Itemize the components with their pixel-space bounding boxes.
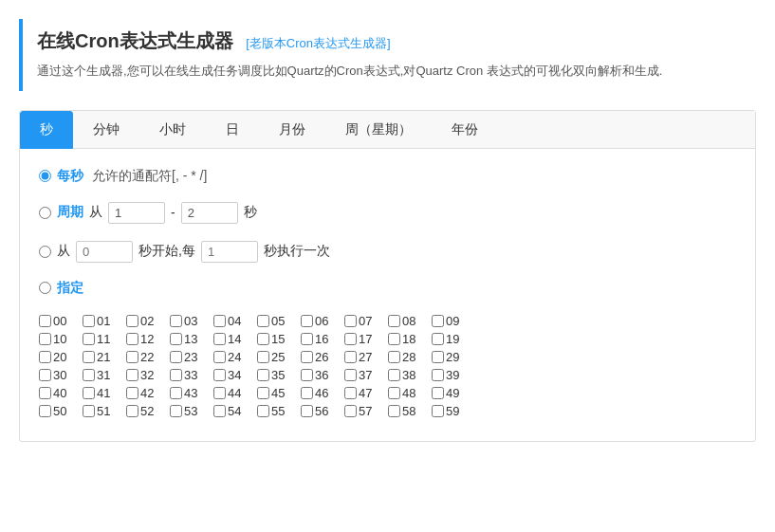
tab-day[interactable]: 日 <box>206 111 259 149</box>
checkbox-row-2: 20 21 22 23 24 25 26 27 28 29 <box>39 350 736 364</box>
tab-month[interactable]: 月份 <box>259 111 325 149</box>
start-from-input[interactable] <box>76 241 133 263</box>
list-item[interactable]: 11 <box>83 332 124 346</box>
checkboxes-section: 00 01 02 03 04 05 06 07 08 09 10 11 12 1… <box>39 314 736 418</box>
list-item[interactable]: 12 <box>126 332 168 346</box>
tab-hour[interactable]: 小时 <box>139 111 206 149</box>
list-item[interactable]: 22 <box>126 350 168 364</box>
start-end-text: 秒执行一次 <box>264 243 330 260</box>
checkbox-row-1: 10 11 12 13 14 15 16 17 18 19 <box>39 332 736 346</box>
list-item[interactable]: 56 <box>301 404 342 418</box>
tab-year[interactable]: 年份 <box>432 111 498 149</box>
list-item[interactable]: 21 <box>83 350 124 364</box>
list-item[interactable]: 03 <box>170 314 212 328</box>
list-item[interactable]: 31 <box>83 368 124 382</box>
list-item[interactable]: 00 <box>39 314 81 328</box>
list-item[interactable]: 46 <box>301 386 342 400</box>
list-item[interactable]: 10 <box>39 332 81 346</box>
list-item[interactable]: 28 <box>388 350 430 364</box>
list-item[interactable]: 34 <box>213 368 255 382</box>
list-item[interactable]: 44 <box>213 386 255 400</box>
list-item[interactable]: 07 <box>344 314 386 328</box>
list-item[interactable]: 57 <box>344 404 386 418</box>
list-item[interactable]: 41 <box>83 386 124 400</box>
list-item[interactable]: 02 <box>126 314 168 328</box>
specify-label-wrapper[interactable]: 指定 <box>57 280 83 297</box>
list-item[interactable]: 04 <box>213 314 255 328</box>
list-item[interactable]: 25 <box>257 350 299 364</box>
checkbox-row-0: 00 01 02 03 04 05 06 07 08 09 <box>39 314 736 328</box>
list-item[interactable]: 09 <box>432 314 473 328</box>
list-item[interactable]: 35 <box>257 368 299 382</box>
list-item[interactable]: 18 <box>388 332 430 346</box>
list-item[interactable]: 33 <box>170 368 212 382</box>
tab-sec[interactable]: 秒 <box>20 111 73 149</box>
every-second-radio[interactable] <box>39 170 51 182</box>
tab-week[interactable]: 周（星期） <box>325 111 432 149</box>
specify-label: 指定 <box>57 280 83 297</box>
list-item[interactable]: 16 <box>301 332 342 346</box>
list-item[interactable]: 58 <box>388 404 430 418</box>
list-item[interactable]: 19 <box>432 332 473 346</box>
list-item[interactable]: 23 <box>170 350 212 364</box>
tab-min[interactable]: 分钟 <box>73 111 139 149</box>
list-item[interactable]: 24 <box>213 350 255 364</box>
list-item[interactable]: 52 <box>126 404 168 418</box>
list-item[interactable]: 40 <box>39 386 81 400</box>
list-item[interactable]: 20 <box>39 350 81 364</box>
list-item[interactable]: 26 <box>301 350 342 364</box>
list-item[interactable]: 45 <box>257 386 299 400</box>
period-from-input[interactable] <box>108 202 165 224</box>
list-item[interactable]: 06 <box>301 314 342 328</box>
period-dash: - <box>171 205 175 220</box>
header-description: 通过这个生成器,您可以在线生成任务调度比如Quartz的Cron表达式,对Qua… <box>37 62 742 82</box>
start-every-input[interactable] <box>201 241 258 263</box>
list-item[interactable]: 29 <box>432 350 473 364</box>
list-item[interactable]: 01 <box>83 314 124 328</box>
list-item[interactable]: 54 <box>213 404 255 418</box>
list-item[interactable]: 15 <box>257 332 299 346</box>
list-item[interactable]: 27 <box>344 350 386 364</box>
list-item[interactable]: 55 <box>257 404 299 418</box>
every-second-hint: 允许的通配符[, - * /] <box>92 168 207 185</box>
specify-row: 指定 <box>39 280 736 297</box>
start-row: 从 秒开始,每 秒执行一次 <box>39 241 736 263</box>
list-item[interactable]: 30 <box>39 368 81 382</box>
header-section: 在线Cron表达式生成器 [老版本Cron表达式生成器] 通过这个生成器,您可以… <box>19 19 756 91</box>
tabs-bar: 秒 分钟 小时 日 月份 周（星期） 年份 <box>20 111 755 149</box>
specify-radio[interactable] <box>39 282 51 294</box>
list-item[interactable]: 50 <box>39 404 81 418</box>
list-item[interactable]: 51 <box>83 404 124 418</box>
list-item[interactable]: 05 <box>257 314 299 328</box>
start-from-label[interactable]: 从 <box>57 243 70 260</box>
every-second-row: 每秒 允许的通配符[, - * /] <box>39 168 736 185</box>
checkbox-row-3: 30 31 32 33 34 35 36 37 38 39 <box>39 368 736 382</box>
header-title: 在线Cron表达式生成器 [老版本Cron表达式生成器] <box>37 28 742 54</box>
list-item[interactable]: 48 <box>388 386 430 400</box>
list-item[interactable]: 17 <box>344 332 386 346</box>
list-item[interactable]: 49 <box>432 386 473 400</box>
list-item[interactable]: 47 <box>344 386 386 400</box>
period-to-input[interactable] <box>181 202 238 224</box>
period-unit: 秒 <box>244 204 257 221</box>
list-item[interactable]: 53 <box>170 404 212 418</box>
list-item[interactable]: 38 <box>388 368 430 382</box>
list-item[interactable]: 59 <box>432 404 473 418</box>
start-radio[interactable] <box>39 246 51 258</box>
list-item[interactable]: 36 <box>301 368 342 382</box>
page-wrapper: 在线Cron表达式生成器 [老版本Cron表达式生成器] 通过这个生成器,您可以… <box>0 0 775 532</box>
list-item[interactable]: 43 <box>170 386 212 400</box>
list-item[interactable]: 32 <box>126 368 168 382</box>
list-item[interactable]: 42 <box>126 386 168 400</box>
period-radio[interactable] <box>39 207 51 219</box>
list-item[interactable]: 14 <box>213 332 255 346</box>
checkbox-row-4: 40 41 42 43 44 45 46 47 48 49 <box>39 386 736 400</box>
every-second-label[interactable]: 每秒 允许的通配符[, - * /] <box>57 168 207 185</box>
period-label-wrapper[interactable]: 周期 <box>57 204 83 221</box>
every-second-bold: 每秒 <box>57 168 83 185</box>
list-item[interactable]: 39 <box>432 368 473 382</box>
old-version-link[interactable]: [老版本Cron表达式生成器] <box>246 36 390 50</box>
list-item[interactable]: 13 <box>170 332 212 346</box>
list-item[interactable]: 08 <box>388 314 430 328</box>
list-item[interactable]: 37 <box>344 368 386 382</box>
